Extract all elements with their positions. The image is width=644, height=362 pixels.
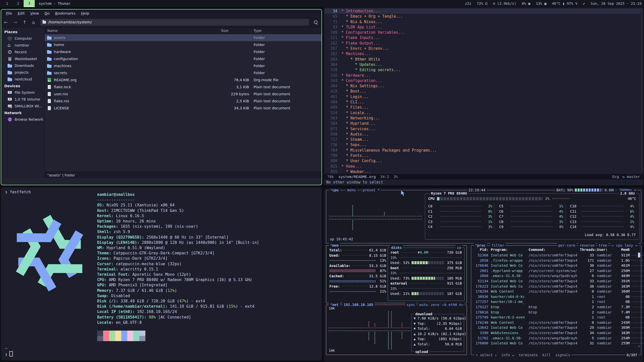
process-row[interactable]: 177257 kworker/10:1-mm_ 1 root 0B 0.0 [474,299,635,304]
org-outline-line[interactable]: 282 * Machines... [324,51,640,57]
process-row[interactable]: 178294 Web Content /nix/store/sm8fmrf3wp… [474,289,635,294]
column-name[interactable]: Name [45,29,221,33]
process-row[interactable]: 176000 Isolated Web Co /nix/store/sm8fmr… [474,341,635,346]
process-row[interactable]: 178248 Web Content /nix/store/sm8fmrf3wp… [474,320,635,325]
back-button[interactable]: ← [1,20,11,25]
home-button[interactable]: ⌂ [29,20,37,25]
table-row[interactable]: LICENSE 34,3 KiB Plain text document [45,105,321,112]
tab-io[interactable]: io [456,245,462,250]
menu-item[interactable]: Bookmarks [52,10,78,17]
net-opt-zero[interactable]: zero [429,302,440,307]
table-row[interactable]: assets Folder [45,34,321,41]
table-row[interactable]: machines Folder [45,62,321,69]
proc-scrollbar-thumb[interactable] [638,253,640,257]
org-outline-line[interactable]: 671 * Services... [324,126,640,132]
sidebar-item[interactable]: 1,0 TB Volume [1,96,45,103]
proc-footer-key[interactable]: info ↵ [501,352,514,358]
org-outline-line[interactable]: 855 * Waubar... [324,169,640,174]
process-row[interactable]: 52134 Isolated Web Co /nix/store/sm8fmrf… [474,279,635,284]
org-outline-line[interactable]: 93 * TLDR App List... [324,25,640,30]
tab-mem[interactable]: ²mem [329,243,340,248]
scrollbar[interactable] [641,8,643,174]
org-outline-line[interactable]: 499 * Files... [324,105,640,110]
process-row[interactable]: 175749 kworker/6:2-even 1 root 0B 0.0 [474,315,635,320]
org-outline-line[interactable]: 121 * Flake Inputs... [324,35,640,40]
org-outline-line[interactable]: 304 * Updates... [324,62,640,67]
org-outline-line[interactable]: 34 * Introduction... [324,9,640,14]
org-outline-line[interactable]: 584 * Hyprland... [324,121,640,126]
menu-item[interactable]: File [3,10,15,17]
org-outline-line[interactable]: 109 * Configuration Variables... [324,30,640,35]
org-outline-line[interactable]: 71 * Nix & Nixos... [324,19,640,25]
org-outline-line[interactable]: 344 * Configuration... [324,78,640,83]
workspace-button[interactable]: 1 [2,0,13,7]
sidebar-item[interactable]: Downloads [1,62,45,69]
table-row[interactable]: hardware Folder [45,48,321,55]
org-outline-line[interactable]: 428 * Boot... [324,89,640,94]
org-outline-line[interactable]: 563 * Networking... [324,116,640,121]
tab-menu[interactable]: menu [346,188,357,193]
forward-button[interactable]: → [11,20,20,25]
sidebar-item[interactable]: Browse Network [1,116,45,123]
sidebar-item[interactable]: nextcloud [1,76,45,82]
menu-item[interactable]: Edit [15,10,27,17]
process-row[interactable]: 2601 .Hyprland-wrapp /run/current-system… [474,268,635,274]
net-opt-sync[interactable]: sync [405,302,416,307]
process-row[interactable]: 3390 WebExtensions /nix/store/sm8fmrf3wp… [474,330,635,336]
up-button[interactable]: ↑ [20,20,29,25]
workspace-button[interactable]: 2 [13,0,24,7]
sidebar-item[interactable]: Recent [1,49,45,55]
table-row[interactable]: user.nix 229 bytes Plain text document [45,90,321,98]
process-row[interactable]: 176223 Isolated Web Co /nix/store/sm8fmr… [474,284,635,289]
process-row[interactable]: 52368 Isolated Web Co /nix/store/sm8fmrf… [474,253,635,258]
sidebar-item[interactable]: nambiar [1,42,45,49]
org-outline-line[interactable]: 303 * Other Utils [324,57,640,62]
process-row[interactable]: 51762 .emacs-31.0.50- /nix/store/wnqz5pa… [474,336,635,341]
menu-item[interactable]: Help [78,10,92,17]
tab-disks[interactable]: disks [390,245,403,250]
net-interface-switcher[interactable]: ←b eth0 n→ [441,302,465,307]
proc-footer-key[interactable]: kill [542,352,551,358]
search-button[interactable] [311,20,320,24]
sidebar-item[interactable]: SMALLBOX Wi... [1,103,45,109]
org-outline-line[interactable]: 717 * Steam... [324,137,640,142]
org-outline-line[interactable]: 825 * Home... [324,164,640,169]
sidebar-item[interactable]: File System [1,89,45,96]
sidebar-item[interactable]: projects [1,69,45,76]
proc-footer-key[interactable]: ↑ select ↓ [476,352,497,358]
table-row[interactable]: flake.lock 3,1 KiB Plain text document [45,83,321,90]
process-row[interactable]: 38936 kworker/u64:6-kc 1 root 0B 0.0 [474,294,635,299]
sidebar-item[interactable]: Wastebasket [1,55,45,62]
process-row[interactable]: 176646 Isolated Web Co /nix/store/sm8fmr… [474,263,635,268]
org-outline-line[interactable]: 764 * Miscellaneous Packages and Program… [324,148,640,153]
org-outline-line[interactable]: 461 * Login... [324,94,640,100]
process-row[interactable]: 179127 btop btop 2 nambiar 7.3M 0.0 [474,304,635,310]
path-field[interactable]: /home/nambiar/system/ [40,19,309,26]
org-outline-line[interactable]: 534 * Locale... [324,110,640,116]
table-row[interactable]: README.org 76,4 KiB Org-mode file [45,76,321,83]
org-outline-line[interactable]: 809 * User Config... [324,158,640,164]
sidebar-item[interactable]: Computer [1,35,45,42]
column-size[interactable]: Size [221,29,251,33]
org-outline-line[interactable]: 162 * Flake Output... [324,41,640,46]
net-opt-auto[interactable]: auto [418,302,429,307]
process-row[interactable]: 2660 .emacs-31.0.50- /nix/store/wnqz5pa8… [474,273,635,279]
column-type[interactable]: Type [251,29,321,33]
table-row[interactable]: secrets Folder [45,69,321,76]
org-outline-line[interactable]: 799 * Fonts... [324,153,640,158]
process-row[interactable]: 13642 Isolated Web Co /nix/store/sm8fmrf… [474,325,635,330]
table-row[interactable]: flake.nix 2,5 KiB Plain text document [45,98,321,105]
org-outline-line[interactable]: 384 * Nix Settings... [324,83,640,89]
proc-footer-key[interactable]: signals [555,352,570,358]
tab-preset[interactable]: preset * [361,188,381,193]
process-row[interactable]: 178616 btop btop 2 nambiar 7.4M 0.0 [474,310,635,315]
org-outline-line[interactable]: 65 * Emacs + Org + Tangle... [324,14,640,19]
table-row[interactable]: home Folder [45,41,321,48]
org-outline-line[interactable]: 316 * Hardware... [324,73,640,78]
proc-footer-key[interactable]: terminate [519,352,538,358]
table-row[interactable]: configuration Folder [45,55,321,62]
menu-item[interactable]: View [27,10,42,17]
tab-cpu[interactable]: ¹cpu [329,188,340,193]
org-outline-line[interactable]: 698 * Audio... [324,132,640,137]
process-row[interactable]: 2658 .firefox-wrappe /nix/store/sm8fmrf3… [474,258,635,263]
